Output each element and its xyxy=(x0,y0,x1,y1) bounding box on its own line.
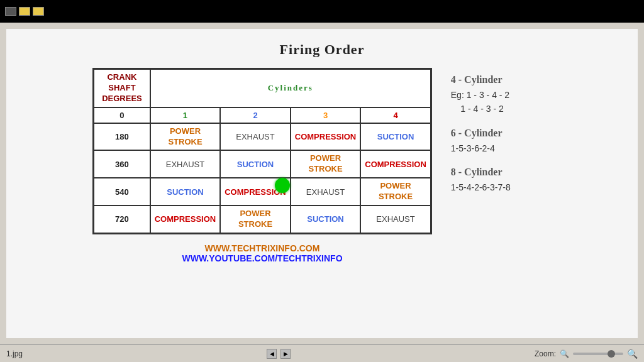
stroke-exhaust-2: Exhaust xyxy=(220,123,291,151)
stroke-power-2: PowerStroke xyxy=(220,206,291,233)
four-cylinder-info: 4 - Cylinder Eg: 1 - 3 - 4 - 2 1 - 4 - 3… xyxy=(451,74,552,116)
nav-controls: ◀ ▶ xyxy=(267,349,291,359)
cylinders-header: Cylinders xyxy=(150,69,431,107)
cyl-1-header: 1 xyxy=(150,107,221,123)
eight-cylinder-sequence: 1-5-4-2-6-3-7-8 xyxy=(451,180,552,194)
top-bar xyxy=(0,0,644,23)
stroke-compression-1: Compression xyxy=(150,206,221,233)
content-row: CRANKSHAFTDEGREES Cylinders 0 1 2 3 4 xyxy=(25,68,619,263)
zoom-slider[interactable] xyxy=(573,353,623,355)
stroke-exhaust-4: Exhaust xyxy=(360,206,431,233)
four-cylinder-examples: Eg: 1 - 3 - 4 - 2 1 - 4 - 3 - 2 xyxy=(451,88,552,116)
zoom-control: Zoom: 🔍 🔍 xyxy=(535,349,638,359)
stroke-power-1: PowerStroke xyxy=(150,123,221,151)
table-row: 360 Exhaust Suction PowerStroke Compress… xyxy=(94,150,431,178)
table-row: 720 Compression PowerStroke Suction Exha… xyxy=(94,206,431,233)
website-2: WWW.YOUTUBE.COM/TECHTRIXINFO xyxy=(182,253,342,263)
degree-0: 0 xyxy=(94,107,150,123)
cyl-3-header: 3 xyxy=(291,107,361,123)
filename-label: 1.jpg xyxy=(6,349,23,358)
window-btn-1[interactable] xyxy=(5,7,16,16)
sidebar-info: 4 - Cylinder Eg: 1 - 3 - 4 - 2 1 - 4 - 3… xyxy=(451,68,552,195)
cyl-4-header: 4 xyxy=(360,107,431,123)
zoom-thumb xyxy=(608,350,615,358)
stroke-exhaust-1: Exhaust xyxy=(150,150,221,178)
degree-180: 180 xyxy=(94,123,150,151)
six-cylinder-label: 6 - Cylinder xyxy=(451,128,552,139)
main-area: Firing Order CRANKSHAFTDEGREES Cylinders… xyxy=(0,23,644,344)
nav-next-button[interactable]: ▶ xyxy=(280,349,291,359)
table-row: 540 Suction Compression Exhaust PowerStr… xyxy=(94,178,431,206)
crankshaft-header: CRANKSHAFTDEGREES xyxy=(94,69,150,107)
stroke-suction-4: Suction xyxy=(360,123,431,151)
document: Firing Order CRANKSHAFTDEGREES Cylinders… xyxy=(6,29,638,338)
websites: WWW.TECHTRIXINFO.COM WWW.YOUTUBE.COM/TEC… xyxy=(182,243,342,263)
page-title: Firing Order xyxy=(280,41,365,58)
website-1: WWW.TECHTRIXINFO.COM xyxy=(182,243,342,253)
degree-540: 540 xyxy=(94,178,150,206)
stroke-compression-3: Compression xyxy=(291,123,361,151)
stroke-exhaust-3: Exhaust xyxy=(291,178,361,206)
zoom-label: Zoom: xyxy=(535,349,556,358)
eight-cylinder-info: 8 - Cylinder 1-5-4-2-6-3-7-8 xyxy=(451,167,552,194)
zoom-out-icon[interactable]: 🔍 xyxy=(560,349,569,358)
window-btn-2[interactable] xyxy=(19,7,30,16)
window-btn-3[interactable] xyxy=(33,7,44,16)
degree-720: 720 xyxy=(94,206,150,233)
degree-360: 360 xyxy=(94,150,150,178)
stroke-power-4: PowerStroke xyxy=(360,178,431,206)
stroke-power-3: PowerStroke xyxy=(291,150,361,178)
stroke-compression-2: Compression xyxy=(220,178,291,206)
stroke-suction-2: Suction xyxy=(220,150,291,178)
status-bar: 1.jpg ◀ ▶ Zoom: 🔍 🔍 xyxy=(0,344,644,362)
four-cylinder-label: 4 - Cylinder xyxy=(451,74,552,85)
six-cylinder-sequence: 1-5-3-6-2-4 xyxy=(451,141,552,155)
table-row: 180 PowerStroke Exhaust Compression Suct… xyxy=(94,123,431,151)
zoom-in-icon[interactable]: 🔍 xyxy=(627,349,638,359)
stroke-compression-4: Compression xyxy=(360,150,431,178)
stroke-suction-1: Suction xyxy=(150,178,221,206)
nav-prev-button[interactable]: ◀ xyxy=(267,349,277,359)
firing-table: CRANKSHAFTDEGREES Cylinders 0 1 2 3 4 xyxy=(92,68,432,234)
stroke-suction-3: Suction xyxy=(291,206,361,233)
eight-cylinder-label: 8 - Cylinder xyxy=(451,167,552,178)
six-cylinder-info: 6 - Cylinder 1-5-3-6-2-4 xyxy=(451,128,552,155)
cyl-2-header: 2 xyxy=(220,107,291,123)
